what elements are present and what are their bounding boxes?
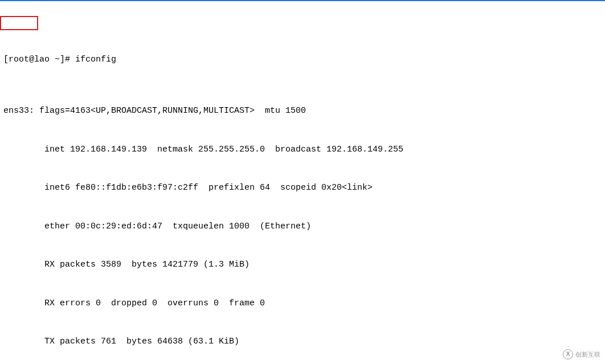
iface0-body0: inet 192.168.149.139 netmask 255.255.255… — [3, 144, 602, 157]
iface0-header: ens33: flags=4163<UP,BROADCAST,RUNNING,M… — [3, 105, 602, 118]
iface0-body5: TX packets 761 bytes 64638 (63.1 KiB) — [3, 336, 602, 349]
interface-highlight-box — [0, 16, 38, 30]
iface0-body3: RX packets 3589 bytes 1421779 (1.3 MiB) — [3, 259, 602, 272]
iface0-body4: RX errors 0 dropped 0 overruns 0 frame 0 — [3, 297, 602, 310]
iface0-body2: ether 00:0c:29:ed:6d:47 txqueuelen 1000 … — [3, 220, 602, 234]
prompt-command-line: [root@lao ~]# ifconfig — [3, 54, 602, 67]
iface0-body1: inet6 fe80::f1db:e6b3:f97:c2ff prefixlen… — [3, 182, 602, 195]
terminal-output[interactable]: [root@lao ~]# ifconfig ens33: flags=4163… — [0, 0, 605, 364]
